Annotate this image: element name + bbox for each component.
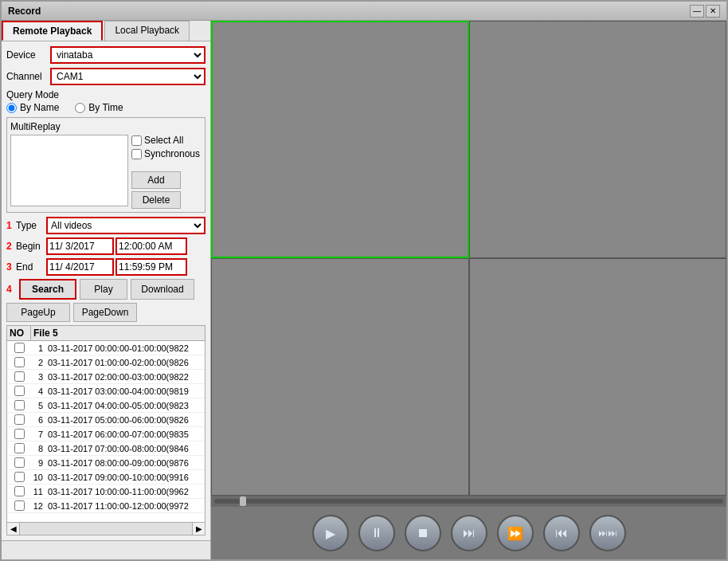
radio-by-name-label: By Name — [20, 102, 59, 113]
playback-controls: ▶ ⏸ ⏹ ⏭ ⏩ ⏮ — [211, 496, 726, 559]
file-list-container[interactable]: 1 03-11-2017 00:00:00-01:00:00(9822 2 03… — [6, 340, 205, 523]
select-all-checkbox-label[interactable]: Select All — [131, 135, 200, 146]
device-select[interactable]: vinataba — [50, 46, 205, 64]
radio-by-name-input[interactable] — [6, 103, 17, 113]
title-bar: Record — ✕ — [2, 2, 726, 21]
scroll-right-button[interactable]: ▶ — [192, 523, 205, 536]
fast-forward-button[interactable]: ⏩ — [497, 515, 534, 551]
file-checkbox-input[interactable] — [14, 457, 25, 468]
type-select[interactable]: All videos — [46, 217, 205, 234]
table-row[interactable]: 7 03-11-2017 06:00:00-07:00:00(9835 — [7, 427, 205, 441]
table-row[interactable]: 8 03-11-2017 07:00:00-08:00:00(9846 — [7, 441, 205, 456]
play-button[interactable]: Play — [80, 279, 127, 300]
seek-track[interactable] — [214, 499, 723, 504]
right-panel: ▶ ⏸ ⏹ ⏭ ⏩ ⏮ — [211, 21, 726, 559]
file-checkbox-input[interactable] — [14, 371, 25, 382]
file-checkbox-input[interactable] — [14, 414, 25, 425]
end-row: 3 End — [6, 258, 205, 276]
file-checkbox-cell — [7, 457, 31, 468]
scroll-track[interactable] — [20, 523, 192, 535]
select-all-checkbox[interactable] — [131, 135, 142, 146]
radio-by-time[interactable]: By Time — [75, 102, 123, 113]
file-checkbox-input[interactable] — [14, 357, 25, 367]
file-number: 9 — [31, 458, 45, 468]
skip-end-icon: ⏭⏭ — [598, 528, 617, 539]
file-name: 03-11-2017 09:00:00-10:00:00(9916 — [45, 473, 205, 482]
file-number: 8 — [31, 444, 45, 453]
file-checkbox-input[interactable] — [14, 343, 25, 353]
table-row[interactable]: 3 03-11-2017 02:00:00-03:00:00(9822 — [7, 370, 205, 384]
video-cell-4 — [469, 258, 727, 496]
download-button[interactable]: Download — [131, 279, 194, 300]
tabs: Remote Playback Local Playback — [2, 21, 210, 41]
play-control-button[interactable]: ▶ — [312, 515, 349, 551]
table-row[interactable]: 5 03-11-2017 04:00:00-05:00:00(9823 — [7, 398, 205, 413]
step-forward-button[interactable]: ⏭ — [451, 515, 487, 551]
left-panel: Remote Playback Local Playback Device vi… — [2, 21, 211, 559]
file-checkbox-input[interactable] — [14, 486, 25, 496]
skip-end-button[interactable]: ⏭⏭ — [589, 515, 626, 551]
seek-thumb[interactable] — [240, 496, 246, 506]
search-button[interactable]: Search — [19, 279, 76, 300]
device-row: Device vinataba — [6, 46, 205, 64]
add-button[interactable]: Add — [131, 171, 181, 189]
video-cell-2 — [469, 21, 727, 258]
device-label: Device — [6, 49, 50, 61]
pause-control-button[interactable]: ⏸ — [358, 515, 395, 551]
minimize-button[interactable]: — — [690, 5, 704, 18]
panel-body: Device vinataba Channel CAM1 Query Mode — [2, 41, 210, 540]
scroll-left-button[interactable]: ◀ — [7, 523, 20, 536]
file-list-file-header: File 5 — [31, 326, 205, 340]
file-name: 03-11-2017 07:00:00-08:00:00(9846 — [45, 444, 205, 453]
multireplay-list[interactable] — [10, 135, 128, 206]
end-date-input[interactable] — [46, 258, 114, 276]
file-checkbox-input[interactable] — [14, 500, 25, 511]
table-row[interactable]: 6 03-11-2017 05:00:00-06:00:00(9826 — [7, 413, 205, 427]
controls-row: ▶ ⏸ ⏹ ⏭ ⏩ ⏮ — [211, 507, 726, 559]
radio-by-time-input[interactable] — [75, 103, 85, 113]
table-row[interactable]: 4 03-11-2017 03:00:00-04:00:00(9819 — [7, 384, 205, 398]
file-checkbox-input[interactable] — [14, 429, 25, 439]
file-checkbox-cell — [7, 486, 31, 496]
multireplay-controls: Select All Synchronous Add Delete — [131, 135, 200, 209]
skip-back-icon: ⏮ — [555, 526, 568, 540]
pageup-button[interactable]: PageUp — [6, 303, 70, 322]
table-row[interactable]: 1 03-11-2017 00:00:00-01:00:00(9822 — [7, 341, 205, 355]
seek-bar[interactable] — [211, 496, 726, 507]
close-button[interactable]: ✕ — [706, 5, 720, 18]
channel-select[interactable]: CAM1 — [50, 68, 205, 85]
tab-remote-playback[interactable]: Remote Playback — [2, 21, 103, 41]
skip-back-button[interactable]: ⏮ — [543, 515, 580, 551]
synchronous-checkbox[interactable] — [131, 149, 142, 159]
pagedown-button[interactable]: PageDown — [73, 303, 137, 322]
table-row[interactable]: 2 03-11-2017 01:00:00-02:00:00(9826 — [7, 355, 205, 370]
synchronous-checkbox-label[interactable]: Synchronous — [131, 148, 200, 159]
horizontal-scrollbar[interactable]: ◀ ▶ — [6, 523, 205, 536]
file-checkbox-input[interactable] — [14, 386, 25, 396]
tab-local-playback[interactable]: Local Playback — [104, 21, 190, 41]
begin-date-input[interactable] — [46, 237, 114, 255]
video-grid — [211, 21, 726, 496]
file-checkbox-input[interactable] — [14, 443, 25, 453]
file-checkbox-cell — [7, 500, 31, 511]
file-name: 03-11-2017 05:00:00-06:00:00(9826 — [45, 415, 205, 425]
radio-by-name[interactable]: By Name — [6, 102, 59, 113]
table-row[interactable]: 11 03-11-2017 10:00:00-11:00:00(9962 — [7, 484, 205, 499]
file-checkbox-input[interactable] — [14, 400, 25, 410]
file-name: 03-11-2017 04:00:00-05:00:00(9823 — [45, 401, 205, 410]
play-icon: ▶ — [326, 526, 335, 541]
stop-control-button[interactable]: ⏹ — [405, 515, 441, 551]
begin-time-input[interactable] — [115, 237, 187, 255]
record-window: Record — ✕ Remote Playback Local Playbac… — [0, 0, 728, 561]
content-area: Remote Playback Local Playback Device vi… — [2, 21, 726, 559]
begin-number: 2 — [6, 241, 16, 252]
file-checkbox-input[interactable] — [14, 472, 25, 482]
table-row[interactable]: 10 03-11-2017 09:00:00-10:00:00(9916 — [7, 470, 205, 484]
file-number: 1 — [31, 343, 45, 353]
end-time-input[interactable] — [115, 258, 187, 276]
step-forward-icon: ⏭ — [463, 526, 476, 540]
delete-button[interactable]: Delete — [131, 191, 181, 209]
table-row[interactable]: 12 03-11-2017 11:00:00-12:00:00(9972 — [7, 499, 205, 513]
table-row[interactable]: 9 03-11-2017 08:00:00-09:00:00(9876 — [7, 456, 205, 470]
file-number: 10 — [31, 473, 45, 482]
